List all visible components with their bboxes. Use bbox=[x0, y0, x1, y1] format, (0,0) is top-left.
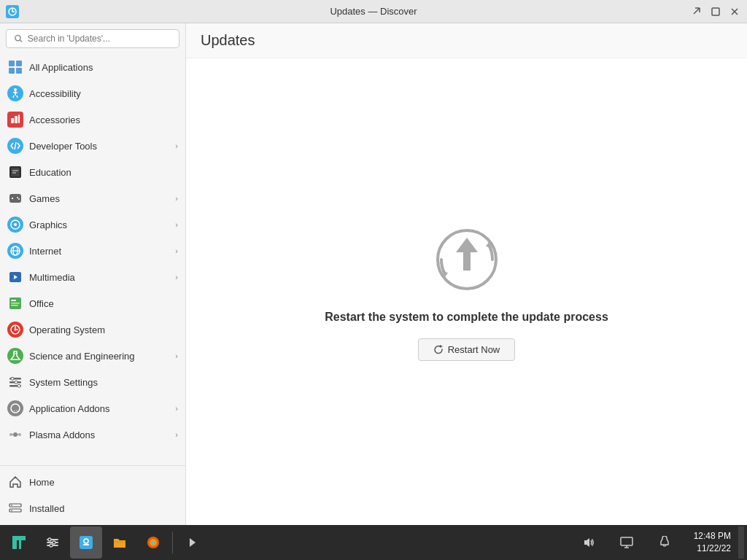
sidebar-item-accessories[interactable]: Accessories bbox=[0, 106, 185, 133]
sidebar-divider bbox=[0, 465, 185, 466]
accessibility-label: Accessibility bbox=[29, 88, 178, 99]
svg-rect-10 bbox=[18, 114, 20, 123]
svg-rect-15 bbox=[9, 194, 21, 203]
minimize-button[interactable] bbox=[690, 5, 703, 18]
svg-point-42 bbox=[9, 433, 12, 436]
clock-time: 12:48 PM bbox=[694, 530, 731, 542]
system-settings-label: System Settings bbox=[29, 377, 178, 388]
maximize-button[interactable] bbox=[709, 5, 722, 18]
svg-point-61 bbox=[48, 538, 51, 541]
main-content: Updates Restart the system to complete t… bbox=[186, 23, 747, 525]
internet-label: Internet bbox=[29, 246, 169, 257]
taskbar-separator-1 bbox=[172, 532, 173, 553]
titlebar: Updates — Discover bbox=[0, 0, 747, 23]
svg-marker-57 bbox=[456, 238, 478, 271]
sidebar-item-games[interactable]: Games › bbox=[0, 185, 185, 211]
sidebar-item-operating-system[interactable]: Operating System bbox=[0, 316, 185, 343]
home-icon bbox=[7, 474, 23, 490]
update-icon bbox=[430, 223, 503, 296]
svg-marker-69 bbox=[190, 538, 196, 547]
svg-point-2 bbox=[15, 35, 20, 40]
sidebar-item-education[interactable]: Education bbox=[0, 159, 185, 185]
sidebar-item-developer-tools[interactable]: Developer Tools › bbox=[0, 133, 185, 159]
search-input[interactable] bbox=[28, 34, 171, 44]
main-window: All Applications Accessibility bbox=[0, 23, 747, 525]
accessibility-icon bbox=[7, 85, 23, 101]
notifications-icon[interactable] bbox=[649, 526, 681, 559]
graphics-icon bbox=[7, 217, 23, 233]
sidebar-item-system-settings[interactable]: System Settings bbox=[0, 369, 185, 395]
taskbar: 12:48 PM 11/22/22 bbox=[0, 525, 747, 560]
office-icon bbox=[7, 295, 23, 311]
sidebar-item-office[interactable]: Office bbox=[0, 290, 185, 316]
svg-rect-3 bbox=[9, 61, 15, 66]
taskbar-clock[interactable]: 12:48 PM 11/22/22 bbox=[688, 530, 737, 555]
graphics-label: Graphics bbox=[29, 219, 169, 230]
sidebar-item-plasma-addons[interactable]: Plasma Addons › bbox=[0, 421, 185, 448]
svg-point-7 bbox=[14, 88, 17, 91]
main-header: Updates bbox=[186, 23, 747, 58]
sidebar-item-home[interactable]: Home bbox=[0, 469, 185, 495]
taskbar-more[interactable] bbox=[176, 526, 208, 559]
svg-point-21 bbox=[14, 223, 17, 226]
sidebar-item-settings[interactable]: Settings bbox=[0, 521, 185, 525]
plasma-addons-label: Plasma Addons bbox=[29, 429, 169, 440]
svg-rect-5 bbox=[9, 68, 15, 74]
svg-rect-4 bbox=[16, 61, 22, 66]
education-label: Education bbox=[29, 167, 178, 178]
svg-point-63 bbox=[50, 544, 53, 547]
restart-now-button[interactable]: Restart Now bbox=[418, 338, 516, 361]
installed-label: Installed bbox=[29, 503, 178, 514]
all-applications-label: All Applications bbox=[29, 62, 178, 73]
sidebar-item-application-addons[interactable]: … Application Addons › bbox=[0, 395, 185, 421]
sidebar: All Applications Accessibility bbox=[0, 23, 186, 525]
svg-rect-1 bbox=[712, 8, 719, 15]
taskbar-firefox[interactable] bbox=[137, 526, 169, 559]
internet-icon bbox=[7, 243, 23, 259]
sidebar-item-graphics[interactable]: Graphics › bbox=[0, 211, 185, 238]
sidebar-item-internet[interactable]: Internet › bbox=[0, 238, 185, 264]
internet-chevron: › bbox=[175, 246, 178, 255]
svg-point-43 bbox=[18, 433, 21, 436]
svg-rect-29 bbox=[11, 303, 20, 304]
sysset-icon bbox=[7, 374, 23, 390]
sidebar-item-multimedia[interactable]: Multimedia › bbox=[0, 264, 185, 290]
svg-point-36 bbox=[11, 377, 14, 380]
multimedia-label: Multimedia bbox=[29, 272, 169, 283]
games-label: Games bbox=[29, 193, 169, 204]
multimedia-chevron: › bbox=[175, 273, 178, 281]
search-icon bbox=[14, 34, 23, 44]
svg-point-31 bbox=[15, 329, 17, 331]
all-applications-icon bbox=[7, 59, 23, 75]
svg-text:…: … bbox=[13, 405, 20, 413]
developer-tools-label: Developer Tools bbox=[29, 141, 169, 152]
taskbar-settings[interactable] bbox=[36, 526, 69, 559]
svg-point-37 bbox=[15, 381, 18, 384]
taskbar-discover[interactable] bbox=[70, 526, 102, 559]
plasma-chevron: › bbox=[175, 430, 178, 439]
sidebar-item-installed[interactable]: Installed bbox=[0, 495, 185, 521]
multimedia-icon bbox=[7, 269, 23, 285]
accessories-icon bbox=[7, 112, 23, 128]
sidebar-item-accessibility[interactable]: Accessibility bbox=[0, 80, 185, 106]
clock-date: 11/22/22 bbox=[694, 542, 731, 555]
app-icon bbox=[6, 5, 19, 18]
search-box[interactable] bbox=[6, 29, 179, 48]
appadd-icon: … bbox=[7, 400, 23, 416]
svg-point-62 bbox=[53, 541, 55, 544]
update-message: Restart the system to complete the updat… bbox=[325, 311, 608, 324]
svg-point-19 bbox=[18, 198, 20, 200]
show-desktop-button[interactable] bbox=[738, 526, 744, 559]
svg-rect-9 bbox=[15, 116, 18, 123]
sidebar-item-science-engineering[interactable]: Science and Engineering › bbox=[0, 343, 185, 369]
education-icon bbox=[7, 164, 23, 180]
volume-icon[interactable] bbox=[573, 526, 605, 559]
screen-icon[interactable] bbox=[611, 526, 643, 559]
close-button[interactable] bbox=[728, 5, 741, 18]
taskbar-files[interactable] bbox=[104, 526, 136, 559]
taskbar-manjaro[interactable] bbox=[3, 526, 35, 559]
svg-rect-8 bbox=[11, 118, 14, 123]
sidebar-item-all-applications[interactable]: All Applications bbox=[0, 54, 185, 80]
svg-point-41 bbox=[13, 432, 18, 437]
science-icon bbox=[7, 348, 23, 364]
